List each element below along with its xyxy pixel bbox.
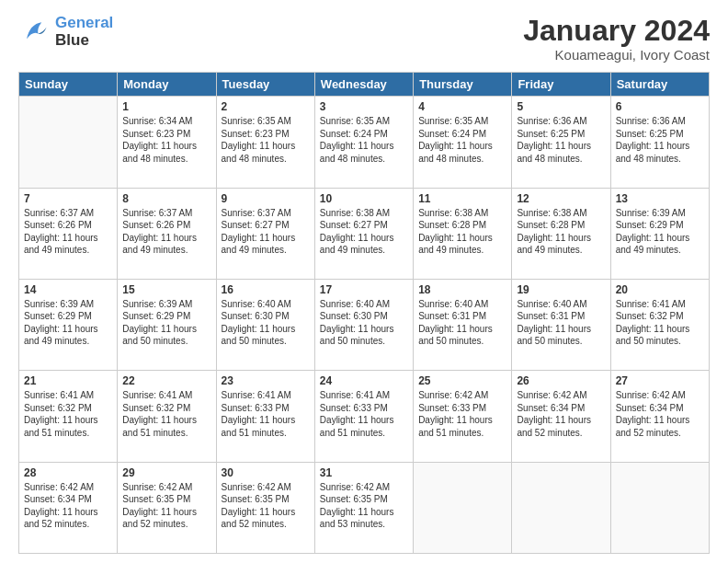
calendar-day-cell: 14Sunrise: 6:39 AMSunset: 6:29 PMDayligh…: [19, 279, 118, 370]
day-number: 17: [320, 283, 408, 296]
header: General Blue January 2024 Kouameagui, Iv…: [18, 15, 710, 63]
day-info: Sunrise: 6:41 AMSunset: 6:33 PMDaylight:…: [320, 389, 408, 439]
calendar-day-cell: [512, 462, 610, 553]
day-number: 13: [616, 192, 704, 205]
calendar-day-header: Friday: [512, 73, 610, 97]
day-info: Sunrise: 6:37 AMSunset: 6:27 PMDaylight:…: [222, 207, 310, 257]
day-info: Sunrise: 6:36 AMSunset: 6:25 PMDaylight:…: [517, 115, 605, 165]
calendar-week-row: 28Sunrise: 6:42 AMSunset: 6:34 PMDayligh…: [19, 462, 710, 553]
day-info: Sunrise: 6:38 AMSunset: 6:27 PMDaylight:…: [320, 207, 408, 257]
day-number: 30: [222, 466, 310, 479]
logo-blue: Blue: [55, 32, 113, 50]
calendar-week-row: 1Sunrise: 6:34 AMSunset: 6:23 PMDaylight…: [19, 97, 710, 188]
calendar-subtitle: Kouameagui, Ivory Coast: [523, 47, 710, 63]
day-number: 23: [222, 374, 310, 387]
day-number: 18: [418, 283, 506, 296]
day-number: 20: [616, 283, 704, 296]
day-info: Sunrise: 6:42 AMSunset: 6:34 PMDaylight:…: [517, 389, 605, 439]
day-info: Sunrise: 6:40 AMSunset: 6:30 PMDaylight:…: [320, 298, 408, 348]
day-info: Sunrise: 6:38 AMSunset: 6:28 PMDaylight:…: [517, 207, 605, 257]
day-number: 1: [122, 100, 210, 113]
calendar-day-cell: 17Sunrise: 6:40 AMSunset: 6:30 PMDayligh…: [314, 279, 413, 370]
day-info: Sunrise: 6:37 AMSunset: 6:26 PMDaylight:…: [24, 207, 112, 257]
calendar-week-row: 21Sunrise: 6:41 AMSunset: 6:32 PMDayligh…: [19, 371, 710, 462]
day-info: Sunrise: 6:41 AMSunset: 6:32 PMDaylight:…: [24, 389, 112, 439]
calendar-table: SundayMondayTuesdayWednesdayThursdayFrid…: [18, 72, 710, 554]
day-number: 4: [418, 100, 506, 113]
day-number: 2: [222, 100, 310, 113]
calendar-day-cell: 26Sunrise: 6:42 AMSunset: 6:34 PMDayligh…: [512, 371, 610, 462]
day-number: 25: [418, 374, 506, 387]
day-number: 19: [517, 283, 605, 296]
logo-general: General: [55, 14, 113, 31]
day-info: Sunrise: 6:35 AMSunset: 6:24 PMDaylight:…: [418, 115, 506, 165]
day-number: 27: [616, 374, 704, 387]
calendar-day-cell: 23Sunrise: 6:41 AMSunset: 6:33 PMDayligh…: [216, 371, 314, 462]
day-number: 16: [222, 283, 310, 296]
day-info: Sunrise: 6:42 AMSunset: 6:35 PMDaylight:…: [320, 481, 408, 531]
calendar-day-cell: 15Sunrise: 6:39 AMSunset: 6:29 PMDayligh…: [118, 279, 216, 370]
day-number: 5: [517, 100, 605, 113]
day-info: Sunrise: 6:36 AMSunset: 6:25 PMDaylight:…: [616, 115, 704, 165]
calendar-day-cell: [19, 97, 118, 188]
calendar-day-cell: 31Sunrise: 6:42 AMSunset: 6:35 PMDayligh…: [314, 462, 413, 553]
page: General Blue January 2024 Kouameagui, Iv…: [0, 0, 728, 563]
calendar-day-cell: 28Sunrise: 6:42 AMSunset: 6:34 PMDayligh…: [19, 462, 118, 553]
day-number: 7: [24, 192, 112, 205]
day-number: 21: [24, 374, 112, 387]
day-number: 6: [616, 100, 704, 113]
calendar-day-cell: [414, 462, 512, 553]
day-info: Sunrise: 6:38 AMSunset: 6:28 PMDaylight:…: [418, 207, 506, 257]
calendar-day-cell: 22Sunrise: 6:41 AMSunset: 6:32 PMDayligh…: [118, 371, 216, 462]
day-info: Sunrise: 6:39 AMSunset: 6:29 PMDaylight:…: [122, 298, 210, 348]
day-info: Sunrise: 6:41 AMSunset: 6:32 PMDaylight:…: [122, 389, 210, 439]
day-number: 8: [122, 192, 210, 205]
day-number: 31: [320, 466, 408, 479]
calendar-week-row: 7Sunrise: 6:37 AMSunset: 6:26 PMDaylight…: [19, 188, 710, 279]
calendar-day-cell: 2Sunrise: 6:35 AMSunset: 6:23 PMDaylight…: [216, 97, 314, 188]
day-info: Sunrise: 6:35 AMSunset: 6:23 PMDaylight:…: [222, 115, 310, 165]
day-info: Sunrise: 6:42 AMSunset: 6:33 PMDaylight:…: [418, 389, 506, 439]
calendar-day-cell: 24Sunrise: 6:41 AMSunset: 6:33 PMDayligh…: [314, 371, 413, 462]
day-info: Sunrise: 6:40 AMSunset: 6:31 PMDaylight:…: [517, 298, 605, 348]
day-number: 15: [122, 283, 210, 296]
calendar-day-header: Tuesday: [216, 73, 314, 97]
day-info: Sunrise: 6:40 AMSunset: 6:30 PMDaylight:…: [222, 298, 310, 348]
calendar-day-cell: 20Sunrise: 6:41 AMSunset: 6:32 PMDayligh…: [610, 279, 709, 370]
calendar-day-cell: 6Sunrise: 6:36 AMSunset: 6:25 PMDaylight…: [610, 97, 709, 188]
day-info: Sunrise: 6:39 AMSunset: 6:29 PMDaylight:…: [616, 207, 704, 257]
calendar-day-header: Sunday: [19, 73, 118, 97]
calendar-day-cell: 19Sunrise: 6:40 AMSunset: 6:31 PMDayligh…: [512, 279, 610, 370]
calendar-day-cell: [610, 462, 709, 553]
calendar-day-cell: 18Sunrise: 6:40 AMSunset: 6:31 PMDayligh…: [414, 279, 512, 370]
calendar-title: January 2024: [523, 15, 710, 47]
day-info: Sunrise: 6:35 AMSunset: 6:24 PMDaylight:…: [320, 115, 408, 165]
day-info: Sunrise: 6:41 AMSunset: 6:32 PMDaylight:…: [616, 298, 704, 348]
calendar-day-cell: 16Sunrise: 6:40 AMSunset: 6:30 PMDayligh…: [216, 279, 314, 370]
calendar-day-cell: 13Sunrise: 6:39 AMSunset: 6:29 PMDayligh…: [610, 188, 709, 279]
day-info: Sunrise: 6:37 AMSunset: 6:26 PMDaylight:…: [122, 207, 210, 257]
day-number: 24: [320, 374, 408, 387]
logo-icon: [18, 16, 51, 49]
day-number: 22: [122, 374, 210, 387]
day-info: Sunrise: 6:42 AMSunset: 6:35 PMDaylight:…: [122, 481, 210, 531]
day-number: 12: [517, 192, 605, 205]
day-info: Sunrise: 6:42 AMSunset: 6:34 PMDaylight:…: [24, 481, 112, 531]
day-info: Sunrise: 6:42 AMSunset: 6:35 PMDaylight:…: [222, 481, 310, 531]
calendar-day-header: Monday: [118, 73, 216, 97]
day-number: 3: [320, 100, 408, 113]
calendar-day-cell: 1Sunrise: 6:34 AMSunset: 6:23 PMDaylight…: [118, 97, 216, 188]
calendar-day-cell: 27Sunrise: 6:42 AMSunset: 6:34 PMDayligh…: [610, 371, 709, 462]
day-number: 29: [122, 466, 210, 479]
calendar-day-header: Wednesday: [314, 73, 413, 97]
calendar-day-header: Saturday: [610, 73, 709, 97]
calendar-day-cell: 29Sunrise: 6:42 AMSunset: 6:35 PMDayligh…: [118, 462, 216, 553]
calendar-day-cell: 9Sunrise: 6:37 AMSunset: 6:27 PMDaylight…: [216, 188, 314, 279]
calendar-day-header: Thursday: [414, 73, 512, 97]
day-number: 26: [517, 374, 605, 387]
day-info: Sunrise: 6:40 AMSunset: 6:31 PMDaylight:…: [418, 298, 506, 348]
calendar-day-cell: 5Sunrise: 6:36 AMSunset: 6:25 PMDaylight…: [512, 97, 610, 188]
logo: General Blue: [18, 15, 113, 49]
calendar-day-cell: 30Sunrise: 6:42 AMSunset: 6:35 PMDayligh…: [216, 462, 314, 553]
calendar-day-cell: 4Sunrise: 6:35 AMSunset: 6:24 PMDaylight…: [414, 97, 512, 188]
